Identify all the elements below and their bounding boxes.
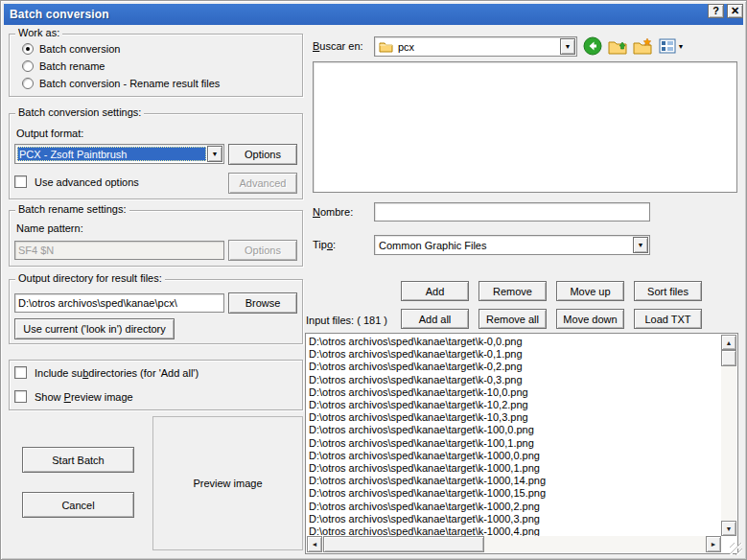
radio-batch-conversion[interactable] [22, 43, 34, 55]
back-icon [583, 36, 602, 58]
output-format-combo[interactable]: PCX - Zsoft Paintbrush ▼ [14, 144, 224, 164]
move-up-button[interactable]: Move up [556, 281, 624, 301]
start-batch-button[interactable]: Start Batch [22, 447, 134, 473]
new-folder-button[interactable] [632, 36, 653, 57]
output-dir-legend: Output directory for result files: [15, 272, 165, 284]
name-pattern-field[interactable]: SF4 $N [14, 241, 224, 260]
list-item[interactable]: D:\otros archivos\sped\kanae\target\k-10… [309, 437, 721, 450]
list-item[interactable]: D:\otros archivos\sped\kanae\target\k-0,… [309, 336, 721, 348]
work-as-legend: Work as: [15, 27, 62, 38]
views-menu-button[interactable]: ▼ [657, 36, 686, 57]
chevron-down-icon[interactable]: ▼ [560, 38, 575, 55]
list-item[interactable]: D:\otros archivos\sped\kanae\target\k-0,… [309, 374, 721, 386]
input-files-list[interactable]: D:\otros archivos\sped\kanae\target\k-0,… [305, 333, 738, 554]
list-item[interactable]: D:\otros archivos\sped\kanae\target\k-10… [309, 411, 721, 424]
output-dir-field[interactable]: D:\otros archivos\sped\kanae\pcx\ [14, 293, 224, 313]
scroll-left-icon[interactable]: ◄ [307, 536, 322, 552]
scroll-right-icon[interactable]: ► [706, 536, 721, 552]
include-subdirs-label[interactable]: Include subdirectories (for 'Add all') [35, 367, 198, 379]
folder-icon [379, 41, 393, 53]
list-item[interactable]: D:\otros archivos\sped\kanae\target\k-10… [309, 487, 721, 500]
list-item[interactable]: D:\otros archivos\sped\kanae\target\k-10… [309, 424, 721, 436]
help-button[interactable]: ? [708, 4, 724, 18]
chevron-down-icon[interactable]: ▼ [207, 146, 222, 162]
advanced-button[interactable]: Advanced [228, 173, 297, 194]
vertical-scroll-thumb[interactable] [721, 350, 736, 366]
format-options-button[interactable]: Options [228, 144, 297, 165]
list-item[interactable]: D:\otros archivos\sped\kanae\target\k-10… [309, 475, 721, 487]
name-pattern-label: Name pattern: [16, 222, 83, 234]
horizontal-scrollbar[interactable]: ◄ ► [307, 536, 721, 552]
look-in-value: pcx [398, 41, 414, 53]
file-name-label: Nombre: [313, 206, 353, 218]
preview-panel: Preview image [152, 416, 303, 550]
new-folder-icon [633, 37, 653, 57]
list-item[interactable]: D:\otros archivos\sped\kanae\target\k-10… [309, 513, 721, 525]
list-item[interactable]: D:\otros archivos\sped\kanae\target\k-0,… [309, 348, 721, 361]
include-subdirs-checkbox[interactable] [14, 366, 27, 379]
radio-batch-rename[interactable] [22, 60, 34, 72]
vertical-scrollbar[interactable]: ▲ ▼ [721, 335, 736, 536]
file-type-value: Common Graphic Files [377, 238, 632, 252]
look-in-label: Buscar en: [313, 40, 363, 52]
use-current-dir-button[interactable]: Use current ('look in') directory [14, 318, 175, 339]
remove-button[interactable]: Remove [479, 281, 547, 301]
list-item[interactable]: D:\otros archivos\sped\kanae\target\k-10… [309, 399, 721, 411]
sort-files-button[interactable]: Sort files [634, 281, 702, 301]
input-files-items: D:\otros archivos\sped\kanae\target\k-0,… [307, 335, 721, 536]
list-item[interactable]: D:\otros archivos\sped\kanae\target\k-10… [309, 386, 721, 399]
look-in-combo[interactable]: pcx ▼ [374, 36, 577, 57]
file-type-combo[interactable]: Common Graphic Files ▼ [374, 235, 650, 255]
output-format-label: Output format: [16, 128, 83, 139]
up-one-level-button[interactable] [607, 36, 628, 57]
list-item[interactable]: D:\otros archivos\sped\kanae\target\k-0,… [309, 361, 721, 373]
horizontal-scroll-thumb[interactable] [323, 536, 484, 552]
window-title: Batch conversion [10, 8, 109, 21]
remove-all-button[interactable]: Remove all [479, 309, 547, 329]
list-item[interactable]: D:\otros archivos\sped\kanae\target\k-10… [309, 525, 721, 536]
list-item[interactable]: D:\otros archivos\sped\kanae\target\k-10… [309, 501, 721, 513]
list-item[interactable]: D:\otros archivos\sped\kanae\target\k-10… [309, 462, 721, 475]
file-type-label: Tipo: [313, 239, 336, 250]
use-advanced-checkbox[interactable] [14, 175, 27, 188]
chevron-down-icon[interactable]: ▼ [633, 237, 648, 253]
output-format-value: PCX - Zsoft Paintbrush [17, 147, 206, 161]
rename-options-button[interactable]: Options [228, 240, 297, 261]
load-txt-button[interactable]: Load TXT [634, 309, 702, 329]
scroll-down-icon[interactable]: ▼ [721, 521, 736, 536]
rename-settings-legend: Batch rename settings: [15, 203, 129, 215]
input-files-count-label: Input files: ( 181 ) [306, 315, 387, 326]
radio-batch-conversion-label[interactable]: Batch conversion [39, 43, 120, 55]
folder-contents-list[interactable] [313, 61, 737, 193]
close-button[interactable]: ✕ [727, 4, 743, 18]
show-preview-checkbox[interactable] [14, 390, 27, 403]
views-icon [659, 38, 676, 56]
show-preview-label[interactable]: Show Preview image [35, 391, 133, 403]
move-down-button[interactable]: Move down [556, 309, 624, 329]
title-bar[interactable]: Batch conversion [4, 4, 743, 25]
chevron-down-icon: ▼ [678, 43, 685, 50]
radio-batch-conversion-rename-label[interactable]: Batch conversion - Rename result files [39, 78, 220, 89]
use-advanced-label[interactable]: Use advanced options [35, 176, 139, 188]
batch-conversion-dialog: Batch conversion ? ✕ Work as: Batch conv… [0, 0, 747, 560]
cancel-button[interactable]: Cancel [22, 492, 134, 518]
up-one-level-icon [608, 37, 627, 57]
add-all-button[interactable]: Add all [401, 309, 469, 329]
back-button[interactable] [582, 36, 603, 57]
resize-grip[interactable] [730, 543, 742, 555]
radio-batch-conversion-rename[interactable] [22, 78, 34, 89]
scroll-up-icon[interactable]: ▲ [721, 335, 736, 350]
preview-label: Preview image [193, 478, 262, 489]
file-name-input[interactable] [374, 202, 650, 222]
add-button[interactable]: Add [401, 281, 469, 301]
conversion-settings-legend: Batch conversion settings: [15, 106, 144, 118]
browse-button[interactable]: Browse [228, 292, 297, 314]
radio-batch-rename-label[interactable]: Batch rename [39, 60, 105, 72]
list-item[interactable]: D:\otros archivos\sped\kanae\target\k-10… [309, 450, 721, 462]
